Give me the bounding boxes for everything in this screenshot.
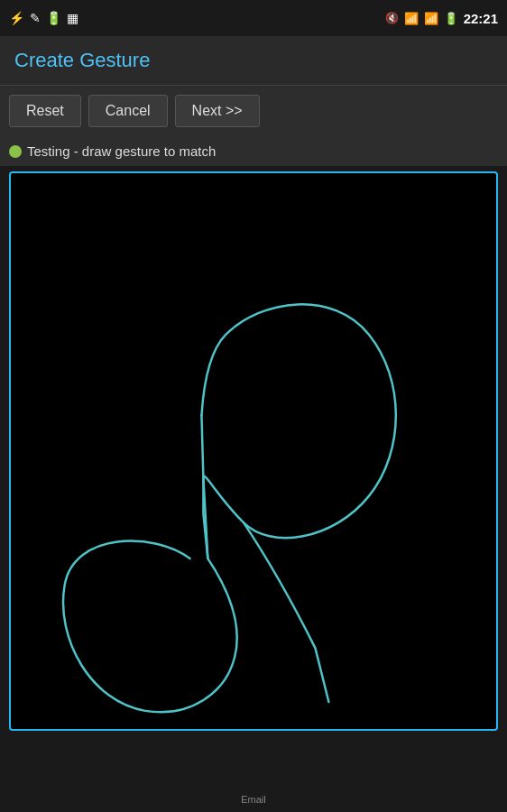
usb-icon: ⚡ <box>9 11 24 25</box>
status-right-icons: 🔇 📶 📶 🔋 22:21 <box>385 11 498 26</box>
gesture-canvas[interactable] <box>9 171 498 731</box>
next-button[interactable]: Next >> <box>175 95 260 127</box>
reset-button[interactable]: Reset <box>9 95 81 127</box>
battery-icon: 🔋 <box>46 11 61 25</box>
battery-full-icon: 🔋 <box>444 12 458 25</box>
sdcard-icon: ▦ <box>67 11 78 25</box>
status-left-icons: ⚡ ✎ 🔋 ▦ <box>9 11 78 25</box>
wifi-icon: 📶 <box>404 12 419 25</box>
status-bar: ⚡ ✎ 🔋 ▦ 🔇 📶 📶 🔋 22:21 <box>0 0 507 36</box>
bottom-label: Email <box>241 794 266 805</box>
cancel-button[interactable]: Cancel <box>88 95 168 127</box>
status-text: Testing - draw gesture to match <box>27 143 216 159</box>
status-line: Testing - draw gesture to match <box>0 136 507 166</box>
bottom-bar: Email <box>0 787 507 812</box>
app-header: Create Gesture <box>0 36 507 86</box>
toolbar: Reset Cancel Next >> <box>0 86 507 136</box>
green-dot-icon <box>9 145 22 158</box>
mute-icon: 🔇 <box>385 12 399 24</box>
clock: 22:21 <box>464 11 498 26</box>
edit-icon: ✎ <box>30 11 41 25</box>
signal-icon: 📶 <box>424 12 438 25</box>
gesture-svg[interactable] <box>11 173 496 729</box>
app-title: Create Gesture <box>14 49 150 71</box>
